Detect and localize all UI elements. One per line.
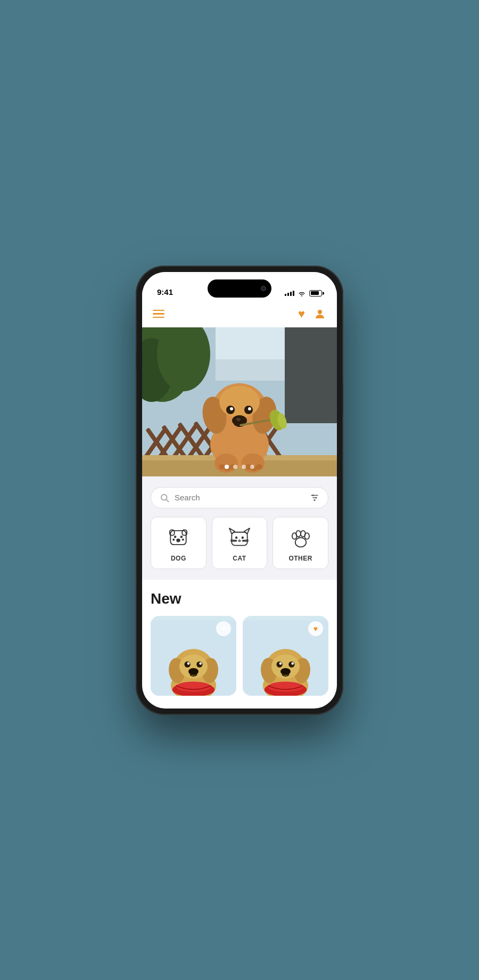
- svg-rect-56: [171, 530, 186, 544]
- svg-line-71: [243, 540, 248, 540]
- svg-point-73: [295, 538, 306, 547]
- svg-point-62: [173, 539, 174, 540]
- svg-point-97: [276, 661, 282, 667]
- bottom-spacer: [142, 706, 337, 709]
- svg-point-98: [288, 661, 294, 667]
- svg-point-34: [248, 407, 251, 410]
- svg-point-63: [183, 539, 184, 540]
- filter-icon[interactable]: [310, 493, 319, 503]
- category-cat[interactable]: CAT: [212, 517, 268, 569]
- svg-marker-65: [229, 528, 235, 533]
- menu-button[interactable]: [153, 310, 164, 318]
- search-icon: [160, 493, 169, 503]
- svg-point-33: [230, 407, 233, 410]
- dog-label: DOG: [171, 555, 186, 562]
- category-dog[interactable]: DOG: [151, 517, 207, 569]
- svg-point-67: [235, 536, 237, 538]
- dot-4[interactable]: [250, 465, 254, 469]
- signal-icon: [285, 291, 294, 296]
- svg-point-60: [180, 536, 183, 538]
- svg-point-77: [304, 533, 309, 539]
- svg-point-99: [279, 662, 282, 665]
- battery-icon: [309, 290, 322, 297]
- svg-point-30: [219, 386, 260, 418]
- svg-point-85: [196, 661, 202, 667]
- paw-icon: [289, 526, 312, 549]
- wifi-icon: [298, 290, 306, 297]
- svg-rect-64: [232, 532, 247, 545]
- carousel-dots: [225, 465, 254, 469]
- svg-line-49: [166, 499, 168, 501]
- new-section-title: New: [151, 590, 328, 607]
- svg-point-87: [199, 662, 202, 665]
- svg-point-68: [242, 536, 244, 538]
- search-input[interactable]: [175, 493, 304, 502]
- dot-3[interactable]: [242, 465, 246, 469]
- category-section: DOG: [151, 517, 328, 569]
- svg-point-47: [256, 464, 262, 470]
- svg-marker-66: [244, 528, 250, 533]
- hero-banner: [142, 327, 337, 476]
- svg-point-75: [296, 530, 301, 537]
- search-section: DOG: [142, 476, 337, 580]
- favorites-button[interactable]: ♥: [298, 307, 305, 321]
- header-right: ♥: [298, 307, 326, 321]
- dot-1[interactable]: [225, 465, 229, 469]
- pet-card-1[interactable]: ♥: [151, 616, 236, 696]
- pet-card-2[interactable]: ♥: [243, 616, 328, 696]
- svg-point-86: [187, 662, 190, 665]
- svg-point-84: [184, 661, 190, 667]
- profile-button[interactable]: [313, 308, 326, 320]
- other-label: OTHER: [288, 555, 312, 562]
- status-icons: [285, 290, 322, 297]
- dot-2[interactable]: [233, 465, 237, 469]
- cat-icon: [228, 526, 251, 549]
- scroll-content[interactable]: ♥: [142, 301, 337, 709]
- svg-point-55: [314, 499, 316, 501]
- svg-point-54: [316, 497, 317, 498]
- pet-card-1-heart[interactable]: ♥: [216, 621, 231, 636]
- svg-point-0: [318, 310, 322, 314]
- svg-point-90: [176, 681, 211, 691]
- svg-line-69: [231, 540, 236, 540]
- front-camera: [261, 286, 266, 291]
- svg-point-103: [268, 681, 303, 691]
- app-header: ♥: [142, 301, 337, 327]
- cat-label: CAT: [233, 555, 246, 562]
- svg-point-36: [236, 418, 241, 421]
- heart-icon-2: ♥: [313, 624, 318, 633]
- search-bar[interactable]: [151, 487, 328, 508]
- svg-point-59: [174, 536, 176, 538]
- volume-button: [136, 351, 137, 370]
- svg-point-101: [280, 668, 291, 674]
- dog-icon: [167, 526, 190, 549]
- svg-rect-7: [285, 327, 337, 423]
- phone-screen: 9:41: [142, 272, 337, 709]
- dynamic-island: [208, 279, 271, 298]
- heart-icon-1: ♥: [221, 624, 226, 633]
- svg-point-100: [291, 662, 294, 665]
- power-button: [342, 383, 343, 415]
- status-time: 9:41: [157, 287, 173, 297]
- svg-point-88: [188, 668, 199, 674]
- phone-frame: 9:41: [136, 266, 343, 715]
- pet-cards-row: ♥: [151, 616, 328, 706]
- new-section: New: [142, 580, 337, 706]
- svg-point-53: [312, 495, 314, 496]
- pet-card-2-heart[interactable]: ♥: [308, 621, 323, 636]
- category-other[interactable]: OTHER: [272, 517, 328, 569]
